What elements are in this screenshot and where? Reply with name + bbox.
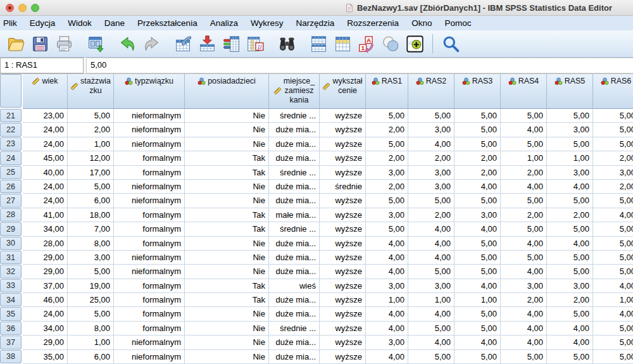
cell-30-stazzwiazku[interactable]: 8,00 <box>68 237 114 251</box>
cell-22-posiadadzieci[interactable]: Nie <box>185 123 269 137</box>
cell-34-typzwiazku[interactable]: formalnym <box>114 293 185 307</box>
cell-26-RAS6[interactable]: 2,00 <box>593 180 633 194</box>
cell-editor-field[interactable]: 5,00 <box>86 58 633 73</box>
cell-30-RAS5[interactable]: 4,00 <box>547 237 593 251</box>
cell-34-RAS5[interactable]: 2,00 <box>547 293 593 307</box>
cell-26-miejsce_zamieszkania[interactable]: duże mia... <box>269 180 320 194</box>
menu-widok[interactable]: Widok <box>61 18 98 28</box>
cell-21-posiadadzieci[interactable]: Nie <box>185 109 269 123</box>
cell-36-typzwiazku[interactable]: formalnym <box>114 322 185 336</box>
cell-28-wiek[interactable]: 41,00 <box>23 208 68 222</box>
cell-30-RAS2[interactable]: 4,00 <box>408 237 454 251</box>
cell-38-miejsce_zamieszkania[interactable]: duże mia... <box>269 350 320 364</box>
value-labels-button[interactable]: A1 <box>354 32 379 55</box>
cell-25-RAS4[interactable]: 2,00 <box>501 166 547 180</box>
column-header-RAS3[interactable]: RAS3 <box>454 74 501 109</box>
print-button[interactable] <box>52 32 76 55</box>
cell-36-posiadadzieci[interactable]: Nie <box>185 322 269 336</box>
cell-35-posiadadzieci[interactable]: Nie <box>185 307 269 321</box>
cell-38-wyksztalcenie[interactable]: wyższe <box>320 350 366 364</box>
use-variable-sets-button[interactable] <box>403 32 427 55</box>
row-header-30[interactable]: 30 <box>0 237 22 250</box>
cell-25-posiadadzieci[interactable]: Tak <box>185 166 269 180</box>
cell-24-wyksztalcenie[interactable]: wyższe <box>320 151 366 165</box>
cell-34-wyksztalcenie[interactable]: wyższe <box>320 293 366 307</box>
cell-34-RAS3[interactable]: 1,00 <box>454 293 501 307</box>
cell-36-RAS4[interactable]: 4,00 <box>501 322 547 336</box>
cell-21-RAS3[interactable]: 5,00 <box>454 109 501 123</box>
row-header-21[interactable]: 21 <box>0 109 22 122</box>
cell-36-stazzwiazku[interactable]: 8,00 <box>68 322 114 336</box>
cell-27-miejsce_zamieszkania[interactable]: duże mia... <box>269 194 320 208</box>
cell-32-typzwiazku[interactable]: nieformalnym <box>114 265 185 279</box>
row-header-24[interactable]: 24 <box>0 151 22 165</box>
cell-37-RAS5[interactable]: 4,00 <box>547 336 593 349</box>
row-header-32[interactable]: 32 <box>0 265 22 278</box>
cell-24-miejsce_zamieszkania[interactable]: duże mia... <box>269 151 320 165</box>
cell-24-RAS6[interactable]: 2,00 <box>593 151 633 165</box>
cell-27-wiek[interactable]: 24,00 <box>23 194 68 208</box>
menu-rozszerzenia[interactable]: Rozszerzenia <box>341 18 405 28</box>
cell-35-typzwiazku[interactable]: formalnym <box>114 307 185 321</box>
cell-25-RAS3[interactable]: 2,00 <box>454 166 501 180</box>
cell-21-wyksztalcenie[interactable]: wyższe <box>320 109 366 123</box>
cell-29-RAS3[interactable]: 4,00 <box>454 222 501 236</box>
cell-25-typzwiazku[interactable]: formalnym <box>114 166 185 180</box>
cell-29-wyksztalcenie[interactable]: wyższe <box>320 222 366 236</box>
cell-32-RAS3[interactable]: 5,00 <box>454 265 501 279</box>
menu-edycja[interactable]: Edycja <box>23 18 62 28</box>
cell-34-RAS2[interactable]: 1,00 <box>408 293 454 307</box>
minimize-button[interactable] <box>18 4 27 12</box>
cell-30-RAS1[interactable]: 4,00 <box>366 237 408 251</box>
cell-23-stazzwiazku[interactable]: 1,00 <box>68 137 114 151</box>
cell-30-RAS4[interactable]: 4,00 <box>501 237 547 251</box>
cell-24-RAS4[interactable]: 1,00 <box>501 151 547 165</box>
cell-30-RAS3[interactable]: 5,00 <box>454 237 501 251</box>
cell-31-wyksztalcenie[interactable]: wyższe <box>320 251 366 265</box>
cell-31-RAS5[interactable]: 5,00 <box>547 251 593 265</box>
cell-33-posiadadzieci[interactable]: Tak <box>185 279 269 293</box>
cell-35-RAS3[interactable]: 5,00 <box>454 307 501 321</box>
cell-22-RAS5[interactable]: 3,00 <box>547 123 593 137</box>
cell-34-miejsce_zamieszkania[interactable]: duże mia... <box>269 293 320 307</box>
descriptive-statistics-button[interactable]: μ <box>243 32 267 55</box>
cell-33-RAS2[interactable]: 3,00 <box>408 279 454 293</box>
cell-31-RAS2[interactable]: 4,00 <box>408 251 454 265</box>
cell-26-RAS3[interactable]: 4,00 <box>454 180 501 194</box>
cell-28-posiadadzieci[interactable]: Tak <box>185 208 269 222</box>
cell-31-typzwiazku[interactable]: nieformalnym <box>114 251 185 265</box>
weight-cases-button[interactable] <box>330 32 354 55</box>
cell-32-RAS5[interactable]: 5,00 <box>547 265 593 279</box>
cell-29-RAS5[interactable]: 5,00 <box>547 222 593 236</box>
cell-31-RAS4[interactable]: 5,00 <box>501 251 547 265</box>
cell-32-miejsce_zamieszkania[interactable]: duże mia... <box>269 265 320 279</box>
cell-25-RAS1[interactable]: 3,00 <box>366 166 408 180</box>
save-button[interactable] <box>28 32 52 55</box>
cell-31-stazzwiazku[interactable]: 3,00 <box>68 251 114 265</box>
cell-22-wyksztalcenie[interactable]: wyższe <box>320 123 366 137</box>
cell-35-RAS2[interactable]: 4,00 <box>408 307 454 321</box>
row-header-38[interactable]: 38 <box>0 350 22 363</box>
cell-32-RAS6[interactable]: 5,00 <box>593 265 633 279</box>
cell-28-RAS4[interactable]: 2,00 <box>501 208 547 222</box>
cell-33-wiek[interactable]: 37,00 <box>23 279 68 293</box>
cell-28-miejsce_zamieszkania[interactable]: małe mia... <box>269 208 320 222</box>
cell-23-miejsce_zamieszkania[interactable]: duże mia... <box>269 137 320 151</box>
cell-38-RAS1[interactable]: 4,00 <box>366 350 408 364</box>
cell-35-RAS5[interactable]: 5,00 <box>547 307 593 321</box>
variables-button[interactable] <box>219 32 243 55</box>
split-file-button[interactable] <box>306 32 330 55</box>
cell-31-miejsce_zamieszkania[interactable]: duże mia... <box>269 251 320 265</box>
cell-26-stazzwiazku[interactable]: 5,00 <box>68 180 114 194</box>
column-header-RAS2[interactable]: RAS2 <box>408 74 454 109</box>
cell-33-stazzwiazku[interactable]: 19,00 <box>68 279 114 293</box>
cell-29-miejsce_zamieszkania[interactable]: średnie ... <box>269 222 320 236</box>
cell-24-posiadadzieci[interactable]: Tak <box>185 151 269 165</box>
cell-29-RAS2[interactable]: 4,00 <box>408 222 454 236</box>
cell-35-RAS4[interactable]: 4,00 <box>501 307 547 321</box>
cell-23-RAS2[interactable]: 4,00 <box>408 137 454 151</box>
cell-36-RAS5[interactable]: 4,00 <box>547 322 593 336</box>
column-header-RAS1[interactable]: RAS1 <box>366 74 408 109</box>
column-header-miejsce_zamieszkania[interactable]: miejsce_zamieszkania <box>269 74 320 109</box>
cell-36-miejsce_zamieszkania[interactable]: średnie ... <box>269 322 320 336</box>
